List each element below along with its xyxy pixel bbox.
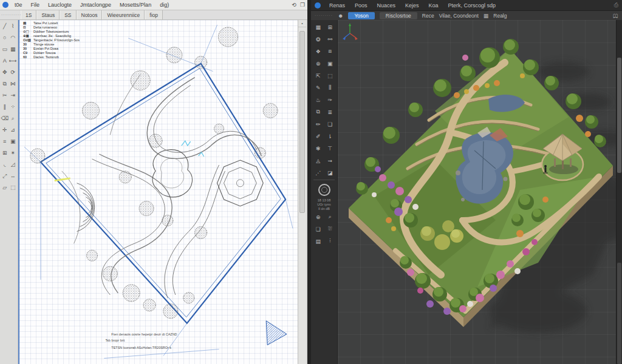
cad-tool-icon[interactable]: ✂ — [1, 90, 9, 100]
render-tool-icon[interactable]: ⋰ — [312, 168, 324, 177]
render-tool-icon[interactable]: ⛆ — [324, 224, 337, 234]
render-scrollbar-segment[interactable] — [617, 263, 621, 364]
render-tool-icon[interactable]: ⊕ — [312, 212, 324, 221]
cad-menu-item[interactable]: Lauclogte — [48, 2, 72, 8]
titlebar-icon[interactable]: ⟲ — [292, 2, 296, 8]
cad-tool-icon[interactable]: ✛ — [1, 125, 9, 135]
render-tool-icon[interactable]: ◪ — [324, 168, 337, 177]
render-tool-icon[interactable]: ⊤ — [324, 144, 337, 153]
cad-tool-icon[interactable]: ⌕ — [9, 113, 18, 123]
cad-tab[interactable]: SS — [60, 10, 76, 19]
render-tool-icon[interactable]: ❏ — [312, 224, 324, 234]
layer-tree-row[interactable]: ⊙⬚ Dddlser Tdsetosoenturs — [23, 30, 80, 34]
cad-menu-item[interactable]: Jmtaclongpe — [80, 2, 111, 8]
toolbar-label-ready[interactable]: Realg — [493, 13, 507, 19]
cad-tool-icon[interactable]: ↔ — [9, 171, 18, 181]
render-tool-icon[interactable]: ⇝ — [324, 156, 337, 165]
render-menu-item[interactable]: Pterk, Corscogl sdp — [448, 2, 496, 8]
cad-tool-icon[interactable]: ▣ — [9, 136, 18, 146]
cad-tool-icon[interactable]: ▱ — [1, 183, 9, 192]
cad-tool-icon[interactable]: ⊞ — [1, 148, 9, 158]
render-tool-icon[interactable]: ✐ — [312, 132, 324, 141]
render-menu-item[interactable]: Nuaces — [377, 2, 396, 8]
render-tool-icon[interactable]: ⌕ — [324, 212, 337, 221]
axis-gizmo[interactable] — [343, 23, 358, 40]
cad-tool-icon[interactable]: ⧉ — [1, 79, 9, 89]
cad-tool-icon[interactable]: ◠ — [9, 33, 18, 42]
layer-tree-row[interactable]: 30 Tlsnge stouse — [23, 42, 80, 47]
cad-tool-icon[interactable]: ◟ — [1, 160, 9, 169]
cad-menu-item[interactable]: File — [31, 2, 40, 8]
titlebar-icon[interactable]: ❐ — [300, 2, 305, 8]
render-tool-icon[interactable]: ⫼ — [324, 83, 337, 92]
layer-tree-row[interactable]: C9 Dcblarr Toscoa — [23, 51, 80, 55]
render-tool-icon[interactable]: ≣ — [324, 107, 337, 116]
cad-menu-item[interactable]: t0e — [15, 2, 22, 8]
layer-tree-row[interactable]: ▤ Tatse Pvt Lostelt — [23, 21, 80, 25]
render-tool-icon[interactable]: ▤ — [312, 237, 324, 246]
view-mode-button-active[interactable]: Yoson — [348, 12, 374, 19]
layer-tree-row[interactable]: Od▥ Tangenbacle: FYosourclgn-Sos — [23, 38, 80, 42]
render-tool-icon[interactable]: ♨ — [312, 95, 324, 104]
cad-tab[interactable]: Staus — [36, 10, 60, 19]
render-tool-icon[interactable]: ✑ — [324, 95, 337, 104]
layer-tree-row[interactable]: 30 Eoslan Pvt Doaa — [23, 47, 80, 51]
render-scrollbar-thumb[interactable] — [617, 58, 621, 173]
layer-tree-row[interactable]: ⊡ Delta rumaneoo — [23, 25, 80, 30]
cad-tool-icon[interactable]: ⟳ — [9, 67, 18, 77]
toolbar-label-scene[interactable]: Rece — [422, 13, 434, 19]
render-tool-icon[interactable]: ⊞ — [324, 22, 337, 32]
render-tool-icon[interactable]: ▦ — [312, 22, 324, 32]
cad-tool-icon[interactable]: ◿ — [9, 160, 18, 169]
cad-vertical-scrollbar[interactable]: ▪ — [298, 20, 306, 364]
cad-tool-icon[interactable]: ⋈ — [9, 79, 18, 89]
cad-tool-icon[interactable]: ⁘ — [9, 102, 18, 112]
cad-drawing-canvas[interactable]: ▤ Tatse Pvt Lostelt ⊡ Delta rumaneoo ⊙⬚ … — [18, 20, 298, 364]
render-tool-icon[interactable]: ✎ — [312, 83, 324, 92]
cad-tool-icon[interactable]: ∥ — [1, 102, 9, 112]
compass-icon[interactable] — [318, 184, 330, 196]
render-viewport[interactable] — [338, 20, 616, 364]
grid-view-icon[interactable]: ▦ — [484, 13, 489, 19]
render-tool-icon[interactable]: ⧉ — [312, 107, 324, 116]
cad-tool-icon[interactable]: A — [1, 56, 9, 66]
render-vertical-scrollbar[interactable] — [616, 20, 622, 364]
cad-tool-icon[interactable]: ✶ — [9, 148, 18, 158]
cad-tab[interactable]: fiop — [145, 10, 163, 19]
render-tool-icon[interactable]: ⇱ — [312, 71, 324, 80]
toolbar-label-view-coords[interactable]: Vilae, Coondeont — [439, 13, 479, 19]
cad-tab[interactable]: Wieeurenniice — [102, 10, 145, 19]
cad-tab[interactable]: 1S — [21, 10, 36, 19]
render-tool-icon[interactable]: ⚯ — [324, 35, 337, 44]
cad-tool-icon[interactable]: ▭ — [1, 44, 9, 54]
scrollbar-arrow-icon[interactable]: ▪ — [298, 20, 306, 27]
cad-menu-item[interactable]: Mosetts/Plan — [120, 2, 151, 8]
cad-tool-icon[interactable]: ⌇ — [9, 21, 18, 31]
cad-tool-icon[interactable]: ✥ — [1, 67, 9, 77]
cad-tool-icon[interactable]: ⤢ — [1, 171, 9, 181]
render-tool-icon[interactable]: ✏ — [312, 120, 324, 129]
book-icon[interactable]: 🕮 — [613, 13, 618, 19]
printer-icon[interactable]: ⎙ — [614, 2, 618, 8]
render-tool-icon[interactable]: ❖ — [312, 47, 324, 56]
render-menu-item[interactable]: Kejes — [405, 2, 419, 8]
user-icon[interactable]: ☻ — [338, 13, 343, 19]
render-menu-item[interactable]: Koa — [429, 2, 439, 8]
render-tool-icon[interactable]: ⊕ — [312, 59, 324, 68]
render-tool-icon[interactable]: ❃ — [312, 144, 324, 153]
cad-tool-icon[interactable]: ⬚ — [9, 183, 18, 192]
render-tool-icon[interactable]: ◬ — [312, 156, 324, 165]
render-tool-icon[interactable]: ❏ — [324, 120, 337, 129]
render-menu-item[interactable]: Poos — [355, 2, 367, 8]
render-tool-icon[interactable]: ⇂ — [324, 132, 337, 141]
cad-tool-icon[interactable]: ⌫ — [1, 113, 9, 123]
cad-scrollbar-thumb[interactable] — [299, 31, 305, 213]
cad-menu-item[interactable]: dig) — [160, 2, 169, 8]
cad-tool-icon[interactable]: ▦ — [9, 44, 18, 54]
cad-tool-icon[interactable]: ⊿ — [9, 125, 18, 135]
cad-tool-icon[interactable]: ⇥ — [9, 90, 18, 100]
layer-tree-row[interactable]: 60 Dacles: Tsotsnob — [23, 55, 80, 59]
render-tool-icon[interactable]: ❂ — [312, 35, 324, 44]
layer-tree-row[interactable]: ⊕▣ nearrlsac 3le : Seaodtcltg — [23, 34, 80, 38]
render-tool-icon[interactable]: ⧈ — [324, 47, 337, 56]
